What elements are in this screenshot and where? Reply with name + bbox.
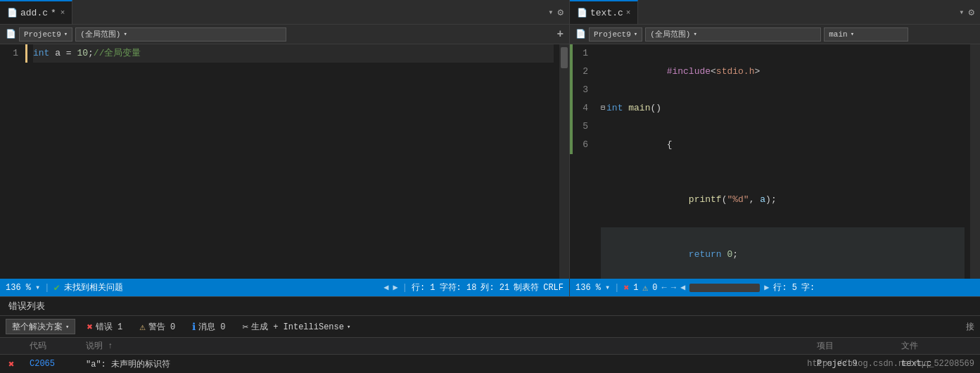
col-code-header: 代码 [30, 340, 86, 352]
right-code-area[interactable]: 1 2 3 4 5 6 #include<stdio.h> ⊟int main(… [570, 44, 980, 279]
error-panel-collapse[interactable]: 接 [966, 321, 974, 333]
error-row-desc: "a": 未声明的标识符 [86, 358, 817, 370]
tab-dropdown-icon-right[interactable]: ▾ [959, 7, 964, 18]
right-editor-panel: 📄 text.c × ▾ ⚙ 📄 Project9 ▾ (全局范围) [570, 0, 980, 296]
right-line-numbers: 1 2 3 4 5 6 [573, 44, 595, 279]
file-icon-left: 📄 [7, 8, 18, 18]
left-project-icon: 📄 [6, 29, 16, 39]
info-count-btn[interactable]: ℹ 消息 0 [186, 319, 231, 334]
left-scrollbar-v[interactable] [559, 44, 569, 279]
right-code-line-3: { [601, 118, 965, 172]
tab-dropdown-icon-left[interactable]: ▾ [548, 7, 553, 18]
right-project-chevron: ▾ [634, 30, 637, 38]
left-project-dropdown[interactable]: Project9 ▾ [19, 27, 72, 42]
error-count-label: 错误 1 [96, 321, 122, 333]
right-scope-dropdown[interactable]: (全局范围) ▾ [645, 27, 821, 42]
watermark: https://blog.csdn.net/qq_52208569 [807, 359, 974, 369]
build-chevron: ▾ [347, 323, 350, 331]
right-tab-text[interactable]: 📄 text.c × [570, 0, 638, 24]
error-table-header: 代码 说明 ↑ 项目 文件 [0, 338, 980, 355]
left-editor-panel: 📄 add.c * × ▾ ⚙ 📄 Project9 ▾ [0, 0, 570, 296]
right-tab-bar: 📄 text.c × ▾ ⚙ [570, 0, 980, 25]
right-scrollbar-h-track[interactable] [689, 284, 760, 292]
warning-icon: ⚠ [139, 321, 145, 333]
right-scope-label: (全局范围) [650, 29, 690, 39]
left-code-area[interactable]: 1 int a = 10;//全局变量 [0, 44, 569, 279]
right-status-prev[interactable]: ← [662, 283, 667, 293]
error-filter-dropdown[interactable]: 整个解决方案 ▾ [6, 319, 75, 334]
right-status-scroll-right[interactable]: ▶ [764, 282, 769, 293]
error-icon: ✖ [87, 321, 92, 333]
right-status-next[interactable]: → [671, 283, 676, 293]
left-tab-modified: * [51, 8, 56, 18]
left-status-prev[interactable]: ◀ [383, 282, 388, 293]
file-icon-right: 📄 [577, 8, 587, 18]
warning-count-btn[interactable]: ⚠ 警告 0 [134, 319, 181, 334]
left-scope-chevron: ▾ [123, 30, 127, 38]
left-tab-close[interactable]: × [61, 8, 65, 17]
left-scrollbar-thumb[interactable] [561, 47, 568, 68]
left-scope-label: (全局范围) [80, 29, 120, 39]
collapse-icon[interactable]: ⊟ [601, 99, 605, 118]
right-scope-chevron: ▾ [693, 30, 696, 38]
tab-settings-icon-right[interactable]: ⚙ [969, 6, 974, 18]
left-toolbar-plus[interactable]: + [556, 28, 564, 41]
left-status-bar: 136 % ▾ | ✔ 未找到相关问题 ◀ ▶ | 行: 1 字符: 18 列:… [0, 279, 569, 296]
right-status-warning-icon: ⚠ [642, 282, 648, 293]
left-status-eol: CRLF [543, 283, 564, 293]
error-filter-chevron: ▾ [65, 323, 69, 331]
right-status-zoom-arrow[interactable]: ▾ [605, 282, 610, 293]
left-status-col: 列: 21 [481, 282, 509, 293]
right-status-divider1: | [614, 283, 619, 293]
left-line-numbers: 1 [0, 44, 25, 279]
right-status-row: 行: 5 [773, 282, 797, 293]
right-code-line-4: printf("%d", a); [601, 172, 965, 227]
right-status-error-icon: ✖ [623, 282, 629, 293]
code-line-1: int a = 10;//全局变量 [33, 44, 554, 63]
error-count-btn[interactable]: ✖ 错误 1 [81, 319, 128, 334]
left-tab-bar: 📄 add.c * × ▾ ⚙ [0, 0, 569, 25]
left-status-char: 字符: 18 [440, 282, 477, 293]
left-yellow-indicator [25, 44, 27, 63]
line-number: 1 [6, 44, 18, 63]
info-icon: ℹ [192, 321, 196, 333]
right-tab-close[interactable]: × [626, 8, 631, 17]
col-project-header: 项目 [817, 340, 901, 352]
warning-count-label: 警告 0 [148, 321, 175, 333]
error-panel-title: 错误列表 [0, 297, 980, 316]
build-filter-btn[interactable]: ✂ 生成 + IntelliSense ▾ [237, 319, 357, 334]
left-scope-dropdown[interactable]: (全局范围) ▾ [75, 27, 286, 42]
left-code-content[interactable]: int a = 10;//全局变量 [27, 44, 559, 279]
tab-settings-icon-left[interactable]: ⚙ [558, 6, 564, 18]
right-status-char: 字: [801, 282, 815, 293]
right-status-scroll-left[interactable]: ◀ [680, 282, 685, 293]
build-icon: ✂ [243, 321, 248, 333]
right-project-label: Project9 [594, 30, 631, 39]
right-status-warning-count: 0 [652, 283, 657, 293]
right-code-line-5: return 0; [601, 227, 965, 279]
right-code-line-1: #include<stdio.h> [601, 44, 965, 99]
right-project-dropdown[interactable]: Project9 ▾ [589, 27, 642, 42]
right-status-error-count: 1 [633, 283, 638, 293]
info-count-label: 消息 0 [198, 321, 225, 333]
col-file-header: 文件 [901, 340, 972, 352]
left-status-zoom: 136 % [6, 283, 31, 293]
right-tab-filename: text.c [590, 8, 623, 18]
left-status-check-icon: ✔ [53, 282, 59, 293]
left-status-divider1: | [44, 283, 49, 293]
left-status-tab: 制表符 [514, 282, 539, 293]
error-filter-label: 整个解决方案 [12, 321, 63, 333]
error-row-icon: ✖ [8, 358, 30, 370]
build-label: 生成 + IntelliSense [251, 321, 344, 333]
right-code-content[interactable]: #include<stdio.h> ⊟int main() { printf("… [595, 44, 970, 279]
right-scrollbar-v[interactable] [970, 44, 980, 279]
left-status-no-issues: 未找到相关问题 [64, 282, 123, 293]
left-status-next[interactable]: ▶ [393, 282, 398, 293]
left-status-zoom-arrow[interactable]: ▾ [35, 282, 40, 293]
left-tab-add[interactable]: 📄 add.c * × [0, 0, 72, 24]
left-project-chevron: ▾ [64, 30, 68, 38]
right-func-label: main [829, 30, 847, 39]
error-panel-title-text: 错误列表 [8, 301, 45, 312]
right-func-dropdown[interactable]: main ▾ [824, 27, 908, 42]
right-status-bar: 136 % ▾ | ✖ 1 ⚠ 0 ← → ◀ ▶ 行: 5 字: [570, 279, 980, 296]
